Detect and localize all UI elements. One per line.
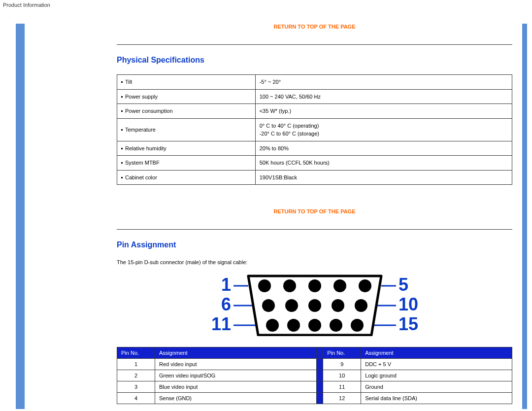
label-pin-11: 11	[211, 314, 231, 334]
table-divider	[317, 381, 323, 393]
svg-point-15	[332, 299, 344, 312]
connector-diagram: 1 6 11 5 10 15	[117, 272, 512, 337]
spec-label-text: Relative humidity	[125, 145, 166, 151]
label-pin-1: 1	[221, 274, 231, 295]
pin-no: 1	[117, 359, 155, 370]
col-pinno-left: Pin No.	[117, 347, 155, 359]
page-body: RETURN TO TOP OF THE PAGE Physical Speci…	[16, 24, 527, 409]
spec-value: 20% to 80%	[255, 141, 512, 156]
physical-spec-table: Tilt-5° ~ 20°Power supply100 ~ 240 VAC, …	[117, 74, 512, 185]
table-row: 3Blue video input11Ground	[117, 381, 512, 393]
table-row: Relative humidity20% to 80%	[117, 141, 512, 156]
spec-value: 50K hours (CCFL 50K hours)	[255, 156, 512, 171]
pin-assignment-heading: Pin Assignment	[117, 240, 512, 249]
spec-label: Temperature	[117, 118, 256, 141]
table-divider	[317, 393, 323, 404]
pin-no: 12	[323, 393, 361, 404]
bullet-icon	[121, 96, 123, 98]
spec-label-text: Power consumption	[125, 108, 173, 114]
pin-assign: Logic ground	[361, 370, 512, 381]
table-divider-head	[317, 347, 323, 359]
spec-label-text: Tilt	[125, 79, 132, 85]
svg-point-10	[333, 279, 346, 292]
svg-point-9	[308, 279, 321, 292]
spec-label-text: System MTBF	[125, 160, 160, 166]
bullet-icon	[121, 162, 123, 164]
content-area: RETURN TO TOP OF THE PAGE Physical Speci…	[117, 24, 512, 409]
col-assign-left: Assignment	[155, 347, 317, 359]
label-pin-6: 6	[221, 294, 231, 314]
bullet-icon	[121, 177, 123, 178]
svg-point-18	[287, 319, 300, 332]
table-row: Cabinet color190V1SB:Black	[117, 170, 512, 185]
table-divider	[317, 359, 323, 370]
label-pin-5: 5	[399, 274, 408, 295]
pin-no: 4	[117, 393, 155, 404]
spec-value: 190V1SB:Black	[255, 170, 512, 185]
pin-assign: Sense (GND)	[155, 393, 317, 404]
spec-value: -5° ~ 20°	[255, 75, 512, 90]
right-stripe	[522, 24, 527, 409]
pin-assignment-table: Pin No. Assignment Pin No. Assignment 1R…	[117, 347, 512, 404]
bullet-icon	[121, 81, 123, 83]
svg-point-20	[330, 319, 342, 332]
spec-value: 0° C to 40° C (operating) -20° C to 60° …	[255, 118, 512, 141]
return-top-link-1[interactable]: RETURN TO TOP OF THE PAGE	[117, 24, 512, 30]
table-row: System MTBF50K hours (CCFL 50K hours)	[117, 156, 512, 171]
pin-assign: Green video input/SOG	[155, 370, 317, 381]
bullet-icon	[121, 148, 123, 149]
svg-point-11	[359, 279, 371, 292]
label-pin-10: 10	[399, 294, 418, 314]
spec-label-text: Power supply	[125, 94, 158, 100]
table-row: 4Sense (GND)12Serial data line (SDA)	[117, 393, 512, 404]
spec-label: Cabinet color	[117, 170, 256, 185]
table-row: Power supply100 ~ 240 VAC, 50/60 Hz	[117, 89, 512, 104]
table-row: 2Green video input/SOG10Logic ground	[117, 370, 512, 381]
return-top-link-2[interactable]: RETURN TO TOP OF THE PAGE	[117, 208, 512, 214]
svg-point-16	[355, 299, 367, 312]
spec-label: System MTBF	[117, 156, 256, 171]
pin-assign: Red video input	[155, 359, 317, 370]
spec-label: Tilt	[117, 75, 256, 90]
divider	[117, 44, 512, 45]
pin-no: 9	[323, 359, 361, 370]
pin-no: 2	[117, 370, 155, 381]
bullet-icon	[121, 129, 123, 131]
spec-label: Power consumption	[117, 104, 256, 119]
pin-intro-text: The 15-pin D-sub connector (male) of the…	[117, 259, 512, 265]
pin-assign: Ground	[361, 381, 512, 393]
table-divider	[317, 370, 323, 381]
table-row: 1Red video input9DDC + 5 V	[117, 359, 512, 370]
col-pinno-right: Pin No.	[323, 347, 361, 359]
pin-assign: DDC + 5 V	[361, 359, 512, 370]
pin-assign: Blue video input	[155, 381, 317, 393]
page-header: Product Information	[0, 0, 532, 10]
table-row: Power consumption<35 W* (typ.)	[117, 104, 512, 119]
svg-point-8	[283, 279, 296, 292]
col-assign-right: Assignment	[361, 347, 512, 359]
svg-point-7	[258, 279, 271, 292]
spec-label-text: Temperature	[125, 127, 156, 133]
pin-assign: Serial data line (SDA)	[361, 393, 512, 404]
svg-point-13	[285, 299, 298, 312]
pin-no: 11	[323, 381, 361, 393]
table-row: Temperature0° C to 40° C (operating) -20…	[117, 118, 512, 141]
spec-label: Relative humidity	[117, 141, 256, 156]
bullet-icon	[121, 110, 123, 112]
spec-value: <35 W* (typ.)	[255, 104, 512, 119]
svg-point-12	[262, 299, 275, 312]
dsub-connector-icon: 1 6 11 5 10 15	[204, 272, 426, 336]
left-stripe	[16, 24, 25, 409]
spec-value: 100 ~ 240 VAC, 50/60 Hz	[255, 89, 512, 104]
svg-point-17	[266, 319, 279, 332]
pin-no: 3	[117, 381, 155, 393]
svg-point-19	[308, 319, 321, 332]
svg-point-14	[308, 299, 321, 312]
physical-spec-heading: Physical Specifications	[117, 56, 512, 65]
svg-point-21	[351, 319, 364, 332]
spec-label-text: Cabinet color	[125, 174, 157, 180]
page-footer: file:///F|/CD/lcd/manual/ENGLISH/190V/pr…	[0, 409, 532, 411]
pin-no: 10	[323, 370, 361, 381]
spec-label: Power supply	[117, 89, 256, 104]
table-row: Tilt-5° ~ 20°	[117, 75, 512, 90]
